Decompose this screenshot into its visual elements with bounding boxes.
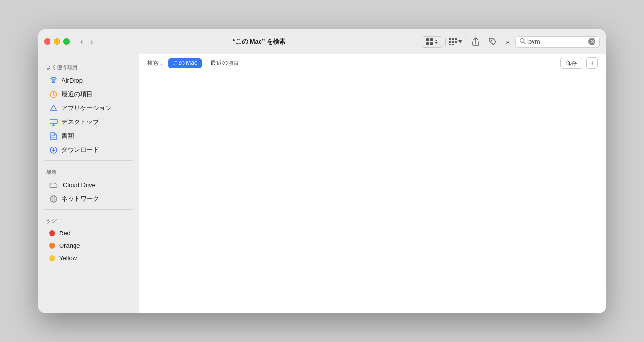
sidebar-item-icloud[interactable]: iCloud Drive — [41, 178, 136, 192]
svg-rect-0 — [426, 38, 429, 41]
more-button[interactable]: » — [503, 36, 512, 48]
icon-view-button[interactable] — [422, 37, 442, 47]
sidebar-item-documents[interactable]: 書類 — [41, 129, 136, 143]
airdrop-icon — [49, 76, 58, 85]
window-title: “この Mac” を検索 — [104, 37, 415, 46]
search-bar: ✕ — [515, 36, 600, 48]
sidebar-item-label: 書類 — [62, 132, 74, 140]
downloads-icon — [49, 146, 58, 154]
svg-rect-7 — [449, 41, 451, 43]
chevron-down-icon — [458, 40, 462, 43]
toolbar-icons: » ✕ — [422, 36, 600, 48]
search-results-area — [139, 72, 606, 313]
sidebar-item-label: ネットワーク — [62, 195, 99, 203]
chevron-right-double-icon: » — [506, 38, 509, 46]
sidebar-item-tag-red[interactable]: Red — [41, 227, 136, 239]
svg-rect-2 — [426, 42, 429, 45]
locations-section-label: 場所 — [38, 165, 139, 178]
icloud-icon — [49, 181, 58, 189]
sidebar-item-tag-orange[interactable]: Orange — [41, 240, 136, 252]
apps-icon — [49, 104, 58, 112]
tags-section-label: タグ — [38, 214, 139, 227]
grid4-icon — [426, 38, 433, 46]
finder-window: ‹ › “この Mac” を検索 — [38, 29, 606, 313]
tag-yellow-dot — [49, 255, 55, 261]
tag-red-dot — [49, 230, 55, 236]
svg-rect-5 — [452, 38, 454, 40]
network-icon — [49, 195, 58, 203]
forward-button[interactable]: › — [87, 36, 96, 48]
sidebar-item-label: デスクトップ — [62, 118, 99, 126]
svg-point-16 — [53, 80, 54, 82]
titlebar: ‹ › “この Mac” を検索 — [38, 29, 606, 54]
search-clear-button[interactable]: ✕ — [588, 38, 595, 45]
share-button[interactable] — [469, 36, 483, 48]
traffic-lights — [44, 38, 70, 45]
svg-rect-1 — [430, 38, 433, 41]
close-button[interactable] — [44, 38, 50, 45]
this-mac-filter-button[interactable]: この Mac — [168, 58, 202, 68]
search-input[interactable] — [528, 38, 586, 45]
sidebar-item-label: ダウンロード — [62, 146, 99, 154]
view-toggle-group — [422, 36, 442, 48]
sidebar-item-tag-yellow[interactable]: Yellow — [41, 252, 136, 264]
sidebar: よく使う項目 AirDrop — [38, 54, 139, 313]
sidebar-item-label: iCloud Drive — [62, 182, 96, 189]
minimize-button[interactable] — [54, 38, 60, 45]
share-icon — [472, 37, 480, 46]
svg-rect-18 — [50, 119, 57, 124]
docs-icon — [49, 132, 58, 140]
svg-rect-4 — [449, 38, 451, 40]
sidebar-divider-1 — [44, 160, 133, 161]
sidebar-item-label: AirDrop — [62, 77, 83, 84]
chevron-up-down-icon — [434, 39, 438, 44]
sidebar-item-downloads[interactable]: ダウンロード — [41, 143, 136, 157]
list-view-button[interactable] — [446, 37, 466, 47]
sidebar-item-airdrop[interactable]: AirDrop — [41, 73, 136, 87]
sidebar-item-label: Yellow — [59, 255, 77, 262]
svg-rect-10 — [449, 44, 451, 45]
sidebar-item-recents[interactable]: 最近の項目 — [41, 87, 136, 101]
search-filter-label: 検索： — [147, 59, 164, 67]
svg-rect-8 — [452, 41, 454, 43]
svg-rect-3 — [430, 42, 433, 45]
add-criteria-button[interactable]: + — [586, 57, 598, 69]
sidebar-item-desktop[interactable]: デスクトップ — [41, 115, 136, 129]
sidebar-item-label: Red — [59, 230, 71, 237]
view-list-group — [445, 37, 466, 47]
maximize-button[interactable] — [63, 38, 70, 45]
svg-rect-9 — [455, 41, 457, 43]
grid-list-icon — [449, 38, 458, 45]
sidebar-item-network[interactable]: ネットワーク — [41, 192, 136, 206]
tag-button[interactable] — [485, 36, 500, 48]
tag-orange-dot — [49, 243, 55, 249]
sidebar-item-applications[interactable]: アプリケーション — [41, 101, 136, 115]
content-area: 検索： この Mac 最近の項目 保存 + — [139, 54, 606, 313]
recents-icon — [49, 90, 58, 98]
nav-buttons: ‹ › — [77, 36, 96, 48]
back-button[interactable]: ‹ — [77, 36, 86, 48]
search-icon — [520, 38, 526, 46]
search-filter-bar: 検索： この Mac 最近の項目 保存 + — [139, 54, 606, 72]
main-area: よく使う項目 AirDrop — [38, 54, 606, 313]
favorites-section-label: よく使う項目 — [38, 60, 139, 73]
svg-rect-6 — [455, 38, 457, 40]
tag-icon — [488, 37, 497, 46]
sidebar-item-label: アプリケーション — [62, 104, 111, 112]
svg-point-12 — [491, 39, 492, 40]
sidebar-item-label: Orange — [59, 242, 80, 249]
svg-line-14 — [524, 42, 526, 44]
sidebar-divider-2 — [44, 209, 133, 210]
save-search-button[interactable]: 保存 — [560, 58, 582, 69]
desktop-icon — [49, 118, 58, 126]
recents-filter-button[interactable]: 最近の項目 — [206, 58, 244, 68]
sidebar-item-label: 最近の項目 — [62, 90, 93, 98]
svg-rect-11 — [452, 44, 454, 45]
